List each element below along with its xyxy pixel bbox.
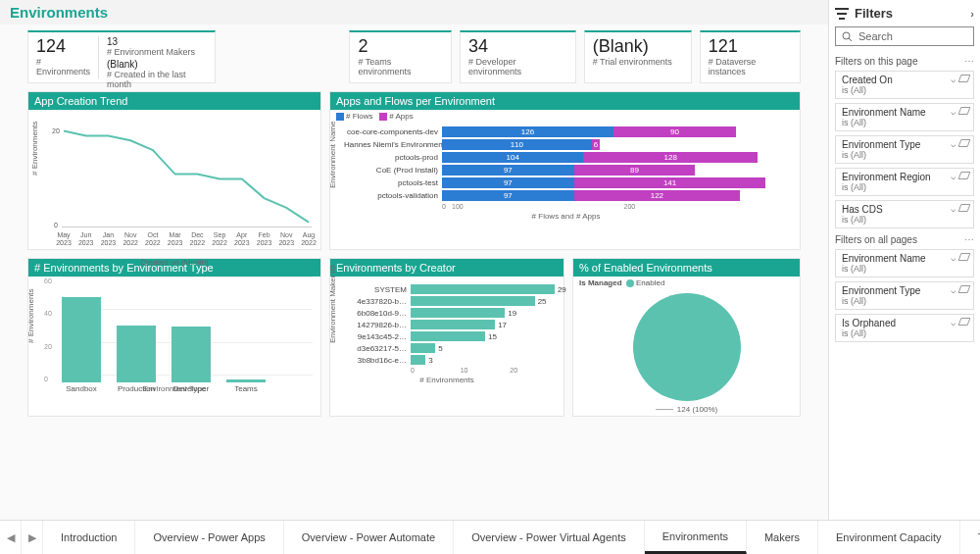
kpi-teams-value: 2 — [358, 36, 443, 57]
more-icon[interactable]: ⋯ — [964, 234, 974, 245]
bar-segment — [411, 308, 505, 318]
chevron-down-icon[interactable]: ⌵ — [951, 107, 956, 117]
svg-text:Nov: Nov — [124, 231, 137, 238]
section-label: Filters on all pages — [835, 234, 917, 245]
filter-card[interactable]: Environment Nameis (All)⌵ — [835, 249, 974, 277]
filter-card[interactable]: Environment Nameis (All)⌵ — [835, 103, 974, 131]
chevron-down-icon[interactable]: ⌵ — [951, 204, 956, 214]
kpi-dv-value: 121 — [709, 36, 792, 57]
kpi-dev-label: # Developer environments — [468, 57, 567, 76]
kpi-dev-value: 34 — [468, 36, 567, 57]
x-axis-label: Created on (Month) — [32, 258, 317, 267]
tab-overview-power-virtual-agents[interactable]: Overview - Power Virtual Agents — [454, 521, 645, 554]
chevron-down-icon[interactable]: ⌵ — [951, 318, 956, 327]
bar-row: 4e337820-b…25 — [342, 296, 560, 306]
more-icon[interactable]: ⋯ — [964, 56, 974, 67]
kpi-teams[interactable]: 2 # Teams environments — [349, 30, 452, 83]
kpi-row: 124 # Environments 13 # Environment Make… — [0, 30, 828, 91]
tab-scroll-left[interactable]: ◀ — [0, 521, 22, 554]
filter-card[interactable]: Has CDSis (All)⌵ — [835, 200, 974, 228]
legend-swatch — [626, 279, 634, 287]
bar-row: pctools-prod104128 — [344, 152, 796, 163]
tab-overview-power-automate[interactable]: Overview - Power Automate — [284, 521, 454, 554]
tab-introduction[interactable]: Introduction — [43, 521, 135, 554]
tab-environment-capacity[interactable]: Environment Capacity — [818, 521, 960, 554]
clear-filter-icon[interactable] — [958, 75, 971, 82]
filter-card[interactable]: Environment Typeis (All)⌵ — [835, 135, 974, 164]
bar-segment-apps: 122 — [574, 190, 740, 201]
bar-row: 6b08e10d-9…19 — [342, 308, 560, 318]
bar-label: coe-core-components-dev — [344, 127, 442, 136]
clear-filter-icon[interactable] — [958, 253, 971, 261]
line-chart-svg: 20 0 May2023Jun2023Jan2023Nov2022Oct2022… — [32, 114, 317, 256]
chart-apps-flows[interactable]: Apps and Flows per Environment # Flows #… — [329, 91, 801, 250]
svg-text:2023: 2023 — [234, 239, 250, 246]
clear-filter-icon[interactable] — [958, 172, 971, 179]
bar-segment — [411, 331, 485, 341]
legend-title: Is Managed — [579, 278, 622, 287]
bar-value: 3 — [425, 355, 432, 366]
tab-overview-power-apps[interactable]: Overview - Power Apps — [135, 521, 283, 554]
filter-condition: is (All) — [842, 150, 967, 160]
kpi-trial-label: # Trial environments — [593, 57, 683, 67]
chart-title: Apps and Flows per Environment — [330, 92, 800, 110]
page-title-bar: Environments — [0, 0, 828, 25]
section-label: Filters on this page — [835, 56, 918, 67]
svg-text:Jan: Jan — [103, 231, 114, 238]
bar-value: 5 — [435, 343, 442, 354]
bar: Production — [117, 326, 156, 382]
kpi-dev[interactable]: 34 # Developer environments — [460, 30, 576, 83]
filter-condition: is (All) — [842, 328, 967, 338]
clear-filter-icon[interactable] — [958, 107, 971, 115]
bar-segment-flows: 97 — [442, 165, 574, 176]
chart-legend: # Flows # Apps — [330, 110, 800, 123]
chart-env-by-type[interactable]: # Environments by Environment Type # Env… — [27, 258, 321, 417]
filter-icon — [835, 8, 849, 20]
clear-filter-icon[interactable] — [958, 285, 971, 293]
bar: Teams — [226, 379, 266, 382]
legend-label: # Flows — [346, 112, 373, 121]
filter-search-input[interactable]: Search — [835, 26, 974, 46]
clear-filter-icon[interactable] — [958, 318, 971, 326]
filter-condition: is (All) — [842, 215, 967, 225]
bar-segment-apps: 6 — [592, 139, 600, 150]
filter-card[interactable]: Is Orphanedis (All)⌵ — [835, 314, 974, 342]
kpi-trial[interactable]: (Blank) # Trial environments — [584, 30, 692, 83]
bar-segment-flows: 126 — [442, 126, 613, 137]
chevron-down-icon[interactable]: ⌵ — [951, 139, 956, 149]
svg-text:May: May — [57, 231, 71, 239]
bar-segment-flows: 97 — [442, 177, 574, 188]
collapse-icon[interactable]: › — [970, 8, 974, 20]
bar-category: Teams — [226, 382, 266, 393]
chart-enabled-environments[interactable]: % of Enabled Environments Is Managed Ena… — [572, 258, 801, 417]
tab-environments[interactable]: Environments — [645, 521, 747, 554]
bar-row: coe-core-components-dev12690 — [344, 126, 796, 137]
svg-text:Dec: Dec — [191, 231, 204, 238]
tab-scroll-right[interactable]: ▶ — [22, 521, 43, 554]
chevron-down-icon[interactable]: ⌵ — [951, 75, 956, 84]
clear-filter-icon[interactable] — [958, 139, 971, 147]
chart-env-by-creator[interactable]: Environments by Creator Environment Make… — [329, 258, 564, 417]
bar-segment-apps: 141 — [574, 177, 766, 188]
search-placeholder: Search — [858, 30, 893, 42]
filter-card[interactable]: Environment Regionis (All)⌵ — [835, 168, 974, 196]
chevron-down-icon[interactable]: ⌵ — [951, 285, 956, 295]
bar-row: 3b8bd16c-e…3 — [342, 355, 560, 365]
chevron-down-icon[interactable]: ⌵ — [951, 172, 956, 181]
svg-text:2023: 2023 — [168, 239, 183, 246]
chart-app-creation-trend[interactable]: App Creation Trend # Environments 20 0 M… — [27, 91, 321, 250]
kpi-dataverse[interactable]: 121 # Dataverse instances — [700, 30, 801, 83]
clear-filter-icon[interactable] — [958, 204, 971, 212]
kpi-environments[interactable]: 124 # Environments 13 # Environment Make… — [27, 30, 216, 83]
svg-text:Aug: Aug — [303, 231, 316, 239]
donut-label: 124 (100%) — [656, 405, 717, 414]
filter-card[interactable]: Environment Typeis (All)⌵ — [835, 281, 974, 310]
filter-condition: is (All) — [842, 296, 967, 306]
tab-makers[interactable]: Makers — [747, 521, 818, 554]
bar-value: 17 — [495, 320, 507, 330]
filter-card[interactable]: Created Onis (All)⌵ — [835, 71, 974, 99]
svg-text:2022: 2022 — [301, 239, 317, 246]
bar-row: d3e63217-5…5 — [342, 343, 560, 353]
chevron-down-icon[interactable]: ⌵ — [951, 253, 956, 263]
tab-teams-environments[interactable]: Teams Environments — [960, 521, 980, 554]
